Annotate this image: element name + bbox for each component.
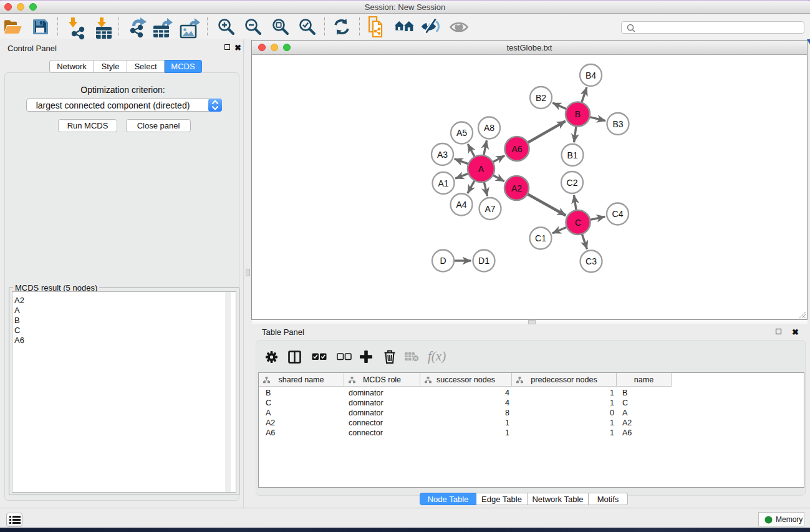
svg-text:C4: C4 [612,209,624,219]
svg-text:A4: A4 [456,200,466,210]
svg-text:A5: A5 [456,128,467,138]
svg-text:B4: B4 [586,70,596,80]
svg-text:B1: B1 [567,150,577,160]
svg-text:A1: A1 [438,178,448,188]
svg-text:B2: B2 [536,93,546,103]
svg-text:C: C [575,218,581,228]
svg-text:C2: C2 [567,178,578,188]
svg-text:C3: C3 [586,256,597,266]
svg-text:A3: A3 [437,150,448,160]
svg-text:A: A [478,164,485,174]
svg-text:A8: A8 [484,123,494,133]
svg-text:A2: A2 [511,183,522,193]
svg-text:D1: D1 [478,256,489,266]
svg-text:A7: A7 [485,204,495,214]
svg-text:B3: B3 [612,119,623,129]
svg-text:B: B [575,109,581,119]
svg-text:C1: C1 [535,233,546,243]
svg-text:A6: A6 [511,144,522,154]
svg-text:D: D [440,256,446,266]
